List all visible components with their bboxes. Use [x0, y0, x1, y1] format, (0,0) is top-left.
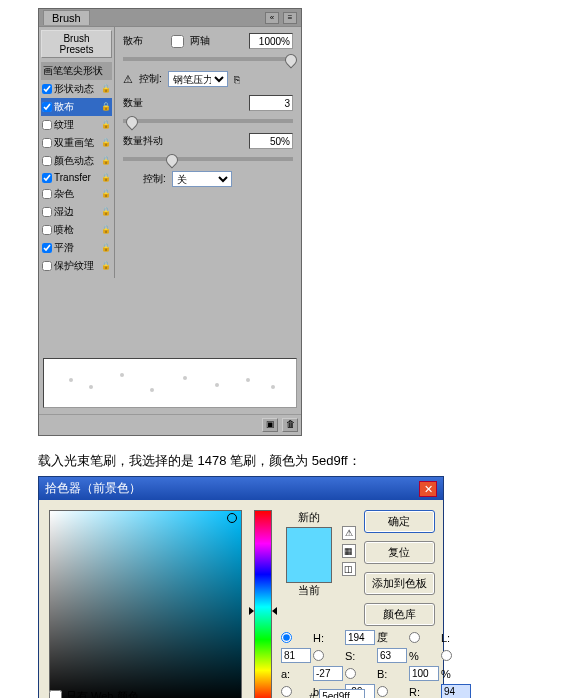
- b-hsb-input[interactable]: [409, 666, 439, 681]
- brush-item-airbrush[interactable]: 喷枪🔒: [41, 221, 112, 239]
- brush-sidebar: Brush Presets 画笔笔尖形状 形状动态🔒 散布🔒 纹理🔒 双重画笔🔒…: [39, 27, 115, 278]
- h-radio[interactable]: [281, 632, 292, 643]
- lock-icon[interactable]: 🔒: [101, 225, 111, 235]
- picker-title-text: 拾色器（前景色）: [45, 480, 141, 497]
- a-radio[interactable]: [441, 650, 452, 661]
- count-label: 数量: [123, 96, 165, 110]
- brush-item-tip-shape[interactable]: 画笔笔尖形状: [41, 62, 112, 80]
- brush-item-shape-dynamics[interactable]: 形状动态🔒: [41, 80, 112, 98]
- color-marker[interactable]: [227, 513, 237, 523]
- lock-icon[interactable]: 🔒: [101, 261, 111, 271]
- brush-presets-button[interactable]: Brush Presets: [41, 30, 112, 58]
- brush-item-noise[interactable]: 杂色🔒: [41, 185, 112, 203]
- brush-panel-header: Brush « ≡: [39, 9, 301, 27]
- link-icon[interactable]: ⎘: [234, 74, 240, 85]
- new-color-swatch: [287, 528, 331, 555]
- control-select[interactable]: 钢笔压力: [168, 71, 228, 87]
- current-color-swatch: [287, 555, 331, 582]
- lock-icon[interactable]: 🔒: [101, 102, 111, 112]
- gamut-warning-icon[interactable]: ⚠: [342, 526, 356, 540]
- both-axes-label: 两轴: [190, 34, 210, 48]
- lock-icon[interactable]: 🔒: [101, 84, 111, 94]
- color-picker-dialog: 拾色器（前景色） ✕ 新的 当前 ⚠ ▦ ◫ 确定 复位 添加到色板 颜色库 H…: [38, 476, 444, 698]
- brush-item-texture[interactable]: 纹理🔒: [41, 116, 112, 134]
- cancel-button[interactable]: 复位: [364, 541, 435, 564]
- hue-slider[interactable]: [254, 510, 272, 698]
- close-icon[interactable]: ✕: [419, 481, 437, 497]
- brush-item-smoothing[interactable]: 平滑🔒: [41, 239, 112, 257]
- jitter-input[interactable]: [249, 133, 293, 149]
- s-input[interactable]: [377, 648, 407, 663]
- a-input[interactable]: [313, 666, 343, 681]
- r-radio[interactable]: [377, 686, 388, 697]
- brush-preview: [43, 358, 297, 408]
- scatter-slider[interactable]: [123, 57, 293, 61]
- lock-icon[interactable]: 🔒: [101, 120, 111, 130]
- control2-label: 控制:: [143, 172, 166, 186]
- b-hsb-radio[interactable]: [345, 668, 356, 679]
- jitter-slider[interactable]: [123, 157, 293, 161]
- add-swatch-button[interactable]: 添加到色板: [364, 572, 435, 595]
- web-only-checkbox[interactable]: [49, 690, 62, 698]
- trash-icon[interactable]: 🗑: [282, 418, 298, 432]
- current-label: 当前: [286, 583, 332, 598]
- brush-tab[interactable]: Brush: [43, 10, 90, 25]
- lock-icon[interactable]: 🔒: [101, 173, 111, 183]
- scatter-label: 散布: [123, 34, 165, 48]
- control-label: 控制:: [139, 72, 162, 86]
- warning-icon: ⚠: [123, 73, 133, 86]
- brush-item-dual-brush[interactable]: 双重画笔🔒: [41, 134, 112, 152]
- web-only-label: 只有 Web 颜色: [66, 689, 139, 698]
- brush-item-protect-texture[interactable]: 保护纹理🔒: [41, 257, 112, 275]
- websafe-swatch-icon[interactable]: ▦: [342, 544, 356, 558]
- lock-icon[interactable]: 🔒: [101, 189, 111, 199]
- brush-item-transfer[interactable]: Transfer🔒: [41, 170, 112, 185]
- ok-button[interactable]: 确定: [364, 510, 435, 533]
- l-input[interactable]: [281, 648, 311, 663]
- new-preset-icon[interactable]: ▣: [262, 418, 278, 432]
- picker-titlebar[interactable]: 拾色器（前景色） ✕: [39, 477, 443, 500]
- collapse-icon[interactable]: «: [265, 12, 279, 24]
- lock-icon[interactable]: 🔒: [101, 243, 111, 253]
- brush-item-color-dynamics[interactable]: 颜色动态🔒: [41, 152, 112, 170]
- scatter-value-input[interactable]: [249, 33, 293, 49]
- control2-select[interactable]: 关: [172, 171, 232, 187]
- lock-icon[interactable]: 🔒: [101, 207, 111, 217]
- lock-icon[interactable]: 🔒: [101, 138, 111, 148]
- lock-icon[interactable]: 🔒: [101, 156, 111, 166]
- menu-icon[interactable]: ≡: [283, 12, 297, 24]
- brush-item-wet-edges[interactable]: 湿边🔒: [41, 203, 112, 221]
- s-radio[interactable]: [313, 650, 324, 661]
- new-label: 新的: [286, 510, 332, 525]
- jitter-label: 数量抖动: [123, 134, 165, 148]
- l-radio[interactable]: [409, 632, 420, 643]
- both-axes-checkbox[interactable]: [171, 35, 184, 48]
- color-fields: H:度 L: S:% a: B:% b: R: C: G: M: B: Y: K…: [281, 630, 471, 698]
- brush-item-scattering[interactable]: 散布🔒: [41, 98, 112, 116]
- caption-text: 载入光束笔刷，我选择的是 1478 笔刷，颜色为 5ed9ff：: [38, 452, 580, 470]
- brush-panel: Brush « ≡ Brush Presets 画笔笔尖形状 形状动态🔒 散布🔒…: [38, 8, 302, 436]
- count-input[interactable]: [249, 95, 293, 111]
- r-input[interactable]: [441, 684, 471, 698]
- hex-input[interactable]: [319, 689, 365, 698]
- h-input[interactable]: [345, 630, 375, 645]
- color-field[interactable]: [49, 510, 242, 698]
- color-libraries-button[interactable]: 颜色库: [364, 603, 435, 626]
- brush-footer: ▣ 🗑: [39, 414, 301, 435]
- b-lab-radio[interactable]: [281, 686, 292, 697]
- count-slider[interactable]: [123, 119, 293, 123]
- color-swatch: [286, 527, 332, 583]
- hex-label: #: [309, 691, 315, 699]
- brush-settings: 散布 两轴 ⚠ 控制: 钢笔压力 ⎘ 数量 数量抖动: [115, 27, 301, 278]
- websafe-cube-icon[interactable]: ◫: [342, 562, 356, 576]
